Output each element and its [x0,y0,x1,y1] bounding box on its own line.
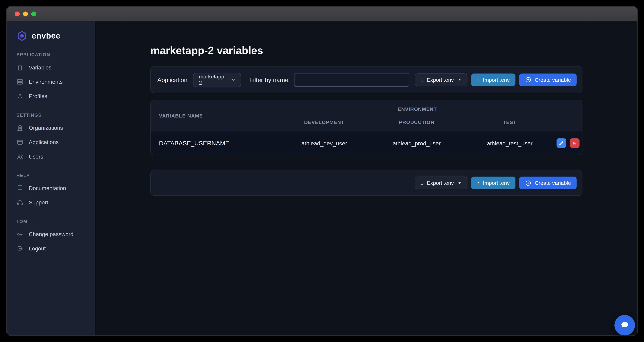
variables-table: ENVIRONMENT VARIABLE NAME DEVELOPMENT PR… [150,100,582,155]
sidebar-item-support[interactable]: Support [16,196,89,210]
arrow-down-icon: ↓ [420,77,424,82]
row-actions [556,138,580,148]
column-header-test: TEST [463,120,556,125]
column-header-development: DEVELOPMENT [278,120,370,125]
create-variable-button[interactable]: Create variable [519,73,577,86]
filter-label: Filter by name [249,76,288,83]
sidebar-item-label: Support [29,200,48,206]
minimize-window-button[interactable] [23,11,28,16]
import-env-label: Import .env [483,180,510,186]
chat-widget-button[interactable] [614,315,635,336]
application-label: Application [157,76,187,83]
sidebar-item-label: Logout [29,246,46,252]
application-select[interactable]: marketapp-2 [193,72,241,87]
sidebar-item-variables[interactable]: {} Variables [16,60,89,74]
sidebar-section-user: TOM Change password [16,219,89,256]
toolbar-buttons: ↓ Export .env ↑ Import .env [415,73,577,86]
arrow-up-icon: ↑ [477,180,480,186]
sidebar-item-applications[interactable]: Applications [16,135,89,150]
content-container: marketapp-2 variables Application market… [150,44,582,196]
edit-variable-button[interactable] [556,138,566,148]
chat-bubble-icon [620,320,630,330]
main-area: marketapp-2 variables Application market… [95,21,637,335]
sidebar-item-profiles[interactable]: Profiles [16,89,89,103]
organization-icon [16,124,24,132]
table-row: DATABASE_USERNAME athlead_dev_user athle… [151,131,582,155]
variable-name-header: VARIABLE NAME [159,113,278,119]
stack-icon [16,78,24,86]
sidebar-item-label: Users [29,154,43,160]
export-env-button-bottom[interactable]: ↓ Export .env [415,176,468,189]
toolbar-card: Application marketapp-2 Filter by name [150,66,582,93]
production-value-cell: athlead_prod_user [370,140,463,146]
window-body: envbee APPLICATION {} Variables [7,21,638,335]
headset-icon [16,199,24,206]
export-env-label: Export .env [427,180,454,186]
page-title: marketapp-2 variables [150,44,582,57]
create-variable-label: Create variable [534,180,571,186]
export-env-label: Export .env [427,76,454,83]
sidebar-item-label: Profiles [29,93,47,100]
sidebar-item-label: Variables [29,64,52,71]
users-icon [16,153,24,160]
sidebar-item-label: Change password [29,231,74,237]
section-label: TOM [16,219,89,224]
logo-text: envbee [32,31,60,41]
test-value-cell: athlead_test_user [463,140,556,146]
arrow-down-icon: ↓ [420,180,424,186]
stage: envbee APPLICATION {} Variables [0,0,644,342]
trash-icon [572,140,578,146]
pencil-icon [558,140,564,146]
applications-icon [16,139,24,146]
key-icon [16,231,24,238]
delete-variable-button[interactable] [570,138,580,148]
section-label: HELP [16,173,89,178]
caret-down-icon [458,181,462,185]
environment-group-header: ENVIRONMENT [278,106,556,120]
sidebar-item-change-password[interactable]: Change password [16,227,89,241]
variable-name-cell: DATABASE_USERNAME [159,140,278,146]
window-titlebar [7,7,638,22]
sidebar-item-users[interactable]: Users [16,150,89,164]
document-icon [16,185,24,192]
import-env-button[interactable]: ↑ Import .env [471,73,515,86]
bottom-toolbar-card: ↓ Export .env ↑ Import .env [150,170,582,196]
close-window-button[interactable] [15,11,20,16]
plus-circle-icon [525,76,532,83]
sidebar-item-environments[interactable]: Environments [16,75,89,89]
braces-icon: {} [16,64,24,71]
import-env-label: Import .env [483,76,510,83]
sidebar-item-label: Environments [29,79,63,85]
sidebar-section-settings: SETTINGS Organizations [16,112,89,164]
section-label: SETTINGS [16,112,89,118]
sidebar-section-help: HELP Documentation [16,173,89,210]
table-header: ENVIRONMENT VARIABLE NAME DEVELOPMENT PR… [151,100,582,131]
import-env-button-bottom[interactable]: ↑ Import .env [471,176,515,189]
development-value-cell: athlead_dev_user [278,140,370,146]
filter-input[interactable] [294,73,409,86]
sidebar-item-organizations[interactable]: Organizations [16,121,89,135]
chevron-down-icon [231,78,236,82]
export-env-button[interactable]: ↓ Export .env [415,73,468,86]
plus-circle-icon [525,180,532,186]
sidebar-item-label: Organizations [29,125,63,131]
caret-down-icon [458,78,462,82]
create-variable-button-bottom[interactable]: Create variable [519,176,577,189]
profile-icon [16,93,24,100]
column-header-production: PRODUCTION [370,120,463,125]
sidebar-item-label: Documentation [29,185,66,191]
create-variable-label: Create variable [534,76,571,83]
sidebar-section-application: APPLICATION {} Variables Environments [16,52,89,104]
sidebar: envbee APPLICATION {} Variables [7,21,96,335]
section-label: APPLICATION [16,52,89,57]
sidebar-item-logout[interactable]: Logout [16,242,89,256]
application-select-value: marketapp-2 [199,74,226,86]
app-window: envbee APPLICATION {} Variables [7,7,638,336]
logo: envbee [16,30,89,42]
envbee-logo-icon [16,30,28,42]
zoom-window-button[interactable] [31,11,36,16]
logout-icon [16,245,24,252]
sidebar-item-documentation[interactable]: Documentation [16,181,89,196]
sidebar-item-label: Applications [29,139,59,146]
arrow-up-icon: ↑ [477,77,480,82]
